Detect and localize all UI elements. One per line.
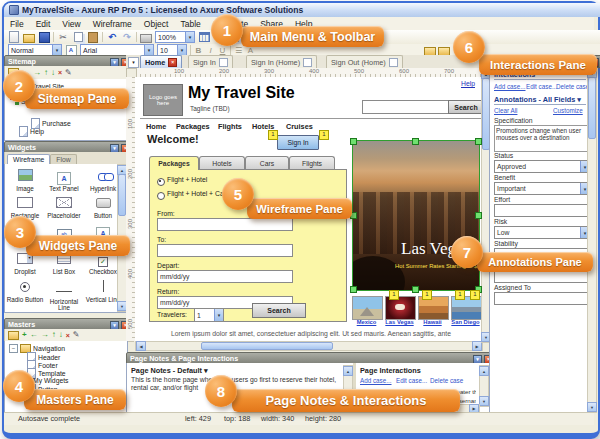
thumbnail-link-san-diego[interactable]: San Diego xyxy=(451,319,480,325)
edit-case-link[interactable]: Edit case... xyxy=(526,83,557,90)
tab-flow[interactable]: Flow xyxy=(50,154,76,164)
print-icon[interactable] xyxy=(140,32,152,43)
undo-icon[interactable]: ↶ xyxy=(106,32,118,43)
clear-all-link[interactable]: Clear All xyxy=(494,107,517,114)
annotation-marker[interactable]: 1 xyxy=(422,290,432,300)
scroll-down-icon[interactable]: ▼ xyxy=(479,396,489,406)
close-tab-icon[interactable] xyxy=(303,58,312,67)
booking-tab-cars[interactable]: Cars xyxy=(245,156,289,170)
specification-textarea[interactable]: Promotions change when user mouses over … xyxy=(494,125,590,152)
benefit-select[interactable]: Important▾ xyxy=(494,182,590,195)
to-input[interactable] xyxy=(157,244,293,257)
menu-object[interactable]: Object xyxy=(138,19,175,29)
form-search-button[interactable]: Search xyxy=(252,303,306,318)
widget-radio-button[interactable]: Radio Button xyxy=(6,278,44,304)
copy-icon[interactable] xyxy=(72,32,84,43)
widget-horizontal-line[interactable]: Horizontal Line xyxy=(45,278,83,312)
move-up-icon[interactable]: ↑ xyxy=(52,331,56,339)
close-tab-icon[interactable]: × xyxy=(168,58,177,67)
annotation-marker[interactable]: 1 xyxy=(470,290,480,300)
tab-sign-in[interactable]: Sign In xyxy=(188,55,233,69)
edit-icon[interactable]: ✎ xyxy=(73,331,80,339)
move-up-icon[interactable]: ↑ xyxy=(44,69,48,77)
help-link[interactable]: Help xyxy=(461,80,475,87)
tab-wireframe[interactable]: Wireframe xyxy=(7,154,50,164)
scrollbar-thumb[interactable] xyxy=(201,342,333,350)
underline-icon[interactable]: U xyxy=(218,46,227,55)
delete-icon[interactable]: × xyxy=(58,69,62,76)
logo-placeholder[interactable]: Logo goes here xyxy=(143,84,183,116)
menu-view[interactable]: View xyxy=(56,19,86,29)
selection-handle[interactable] xyxy=(412,286,419,293)
status-select[interactable]: Approved▾ xyxy=(494,160,590,173)
scroll-left-icon[interactable]: ◀ xyxy=(136,341,146,351)
zoom-select[interactable]: 100%▾ xyxy=(155,31,195,43)
booking-tab-hotels[interactable]: Hotels xyxy=(199,156,245,170)
new-folder-icon[interactable] xyxy=(8,331,19,340)
interactions-pane-scrollbar[interactable]: ▲ ▼ xyxy=(587,67,597,413)
menu-wireframe[interactable]: Wireframe xyxy=(87,19,138,29)
annotation-marker[interactable]: 1 xyxy=(319,130,329,140)
selection-handle[interactable] xyxy=(475,138,482,145)
sitemap-item[interactable]: Help xyxy=(19,126,44,137)
thumbnail-mexico[interactable] xyxy=(352,296,383,320)
menu-file[interactable]: File xyxy=(4,19,30,29)
page-add-case-link[interactable]: Add case... xyxy=(360,377,392,384)
effort-input[interactable] xyxy=(494,204,592,217)
delete-icon[interactable]: × xyxy=(66,332,70,339)
nav-cruises[interactable]: Cruises xyxy=(286,122,313,131)
new-icon[interactable] xyxy=(8,32,20,43)
page-delete-case-link[interactable]: Delete case xyxy=(430,377,463,384)
widget-text-panel[interactable]: AText Panel xyxy=(45,167,83,193)
move-down-icon[interactable]: ↓ xyxy=(59,331,63,339)
customize-link[interactable]: Customize xyxy=(553,107,583,114)
assigned-to-input[interactable] xyxy=(494,292,592,305)
menu-edit[interactable]: Edit xyxy=(30,19,57,29)
depart-input[interactable]: mm/dd/yy xyxy=(157,270,293,283)
nav-packages[interactable]: Packages xyxy=(176,122,210,131)
scroll-down-icon[interactable]: ▼ xyxy=(587,402,597,412)
annotation-marker[interactable]: 1 xyxy=(389,290,399,300)
thumbnail-link-las-vegas[interactable]: Las Vegas xyxy=(385,319,414,325)
selection-handle[interactable] xyxy=(475,212,482,219)
annotation-marker[interactable]: 1 xyxy=(268,130,278,140)
canvas-horizontal-scrollbar[interactable]: ◀ ▶ xyxy=(135,341,483,351)
scrollbar-thumb[interactable] xyxy=(588,77,596,139)
bold-icon[interactable]: B xyxy=(194,46,203,55)
radio-flight-hotel[interactable] xyxy=(157,178,165,186)
thumbnail-link-hawaii[interactable]: Hawaii xyxy=(418,319,447,325)
booking-tab-packages[interactable]: Packages xyxy=(149,156,199,170)
save-icon[interactable] xyxy=(38,32,50,43)
open-icon[interactable] xyxy=(23,32,35,43)
style-icon[interactable]: A xyxy=(65,45,77,56)
selection-handle[interactable] xyxy=(412,138,419,145)
close-tab-icon[interactable] xyxy=(219,58,228,67)
radio-flight-hotel-car[interactable] xyxy=(157,192,165,200)
annotation-marker[interactable]: 1 xyxy=(455,290,465,300)
tab-list-dropdown-icon[interactable]: ▾ xyxy=(128,57,139,68)
widget-rectangle[interactable]: Rectangle xyxy=(6,194,44,220)
paste-icon[interactable] xyxy=(87,32,99,43)
from-input[interactable] xyxy=(157,218,293,231)
move-left-icon[interactable]: ← xyxy=(30,331,38,339)
close-tab-icon[interactable] xyxy=(389,58,398,67)
edit-icon[interactable]: ✎ xyxy=(65,69,72,77)
add-case-link[interactable]: Add case... xyxy=(494,83,526,90)
redo-icon[interactable]: ↷ xyxy=(121,32,133,43)
add-master-icon[interactable]: + xyxy=(22,331,27,339)
menu-table[interactable]: Table xyxy=(174,19,206,29)
site-search-input[interactable] xyxy=(362,100,452,114)
thumbnail-link-mexico[interactable]: Mexico xyxy=(352,319,381,325)
promo-image-las-vegas[interactable]: Las Vegas Hot Summer Rates Starting at $… xyxy=(352,140,480,291)
scroll-up-icon[interactable]: ▲ xyxy=(479,366,489,376)
scrollbar-thumb[interactable] xyxy=(118,174,126,216)
widget-image[interactable]: Image xyxy=(6,167,44,193)
move-right-icon[interactable]: → xyxy=(41,331,49,339)
site-search-button[interactable]: Search xyxy=(448,100,484,114)
delete-case-link[interactable]: Delete case xyxy=(556,83,589,90)
move-right-icon[interactable]: → xyxy=(33,69,41,77)
travelers-select[interactable]: 1▾ xyxy=(194,308,224,322)
selection-handle[interactable] xyxy=(350,138,357,145)
risk-select[interactable]: Low▾ xyxy=(494,226,590,239)
widget-placeholder[interactable]: Placeholder xyxy=(45,194,83,220)
